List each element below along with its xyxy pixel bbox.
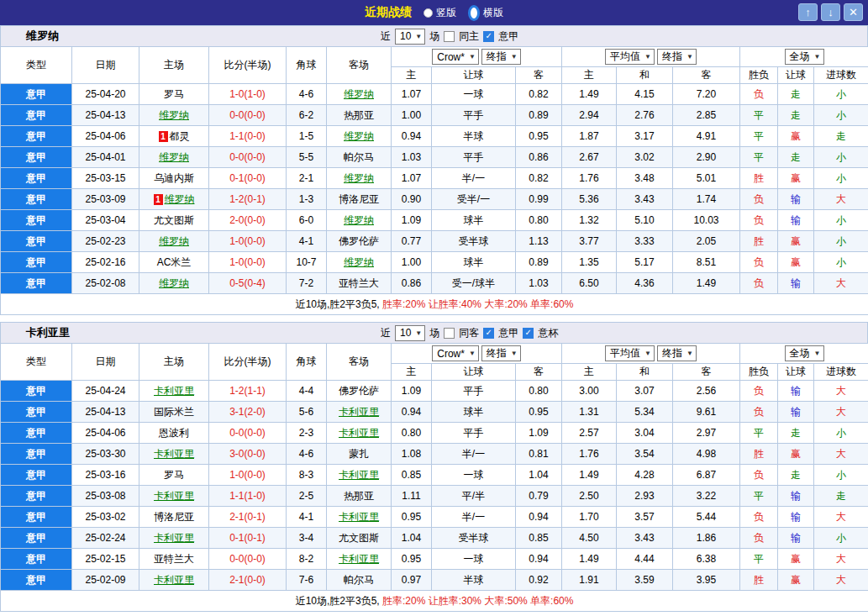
away-team-link[interactable]: 维罗纳 <box>344 256 374 268</box>
home-team-link[interactable]: 卡利亚里 <box>154 490 194 502</box>
home-team-link[interactable]: 乌迪内斯 <box>154 172 194 184</box>
away-team-link[interactable]: 卡利亚里 <box>339 469 379 481</box>
match-row: 意甲25-04-13国际米兰3-1(2-0)5-6卡利亚里0.94球半0.951… <box>1 402 868 423</box>
odds-cell: 9.61 <box>673 402 740 423</box>
away-cell: 卡利亚里 <box>327 465 392 486</box>
arrow-down-icon: ↓ <box>828 7 834 18</box>
red-card-icon: 1 <box>154 194 163 205</box>
final-odds-select-1[interactable]: 终指▼ <box>481 345 521 361</box>
vertical-layout-radio[interactable]: 竖版 <box>423 6 456 20</box>
same-away-label: 同客 <box>459 326 479 340</box>
col-corner: 角球 <box>287 344 327 381</box>
final-odds-select-2[interactable]: 终指▼ <box>657 345 697 361</box>
away-team-link[interactable]: 卡利亚里 <box>339 427 379 439</box>
horizontal-layout-radio[interactable]: 横版 <box>468 5 503 21</box>
scope-select[interactable]: 全场▼ <box>785 345 824 361</box>
home-team-link[interactable]: 恩波利 <box>159 427 189 439</box>
home-team-link[interactable]: 罗马 <box>164 469 184 481</box>
home-team-link[interactable]: 维罗纳 <box>165 193 195 205</box>
away-team-link[interactable]: 佛罗伦萨 <box>339 235 379 247</box>
corner-cell: 5-6 <box>287 402 327 423</box>
home-team-link[interactable]: 维罗纳 <box>159 277 189 289</box>
results-table: 类型 日期 主场 比分(半场) 角球 客场 Crow*▼ 终指▼ 平均值 <box>0 343 868 612</box>
serie-a-checkbox[interactable]: ✓ <box>483 328 494 339</box>
odds-cell: 3.95 <box>673 570 740 591</box>
home-team-link[interactable]: 维罗纳 <box>159 109 189 121</box>
away-team-link[interactable]: 卡利亚里 <box>339 406 379 418</box>
home-team-link[interactable]: 卡利亚里 <box>154 448 194 460</box>
scroll-down-button[interactable]: ↓ <box>821 3 840 21</box>
home-team-link[interactable]: 亚特兰大 <box>154 553 194 565</box>
home-team-link[interactable]: AC米兰 <box>157 256 192 268</box>
scope-select[interactable]: 全场▼ <box>785 49 824 65</box>
same-away-checkbox[interactable] <box>444 328 455 339</box>
away-team-link[interactable]: 蒙扎 <box>349 448 369 460</box>
away-team-link[interactable]: 维罗纳 <box>344 172 374 184</box>
away-team-link[interactable]: 帕尔马 <box>344 574 374 586</box>
league-cell: 意甲 <box>1 528 72 549</box>
away-team-link[interactable]: 维罗纳 <box>344 88 374 100</box>
away-team-link[interactable]: 热那亚 <box>344 490 374 502</box>
home-team-link[interactable]: 罗马 <box>164 88 184 100</box>
match-row: 意甲25-04-24卡利亚里1-2(1-1)4-4佛罗伦萨1.09平手0.803… <box>1 381 868 402</box>
average-select[interactable]: 平均值▼ <box>605 49 655 65</box>
home-team-link[interactable]: 国际米兰 <box>154 406 194 418</box>
away-team-link[interactable]: 博洛尼亚 <box>339 193 379 205</box>
home-cell: 维罗纳 <box>139 147 209 168</box>
bookmaker-select[interactable]: Crow*▼ <box>432 49 479 65</box>
away-team-link[interactable]: 维罗纳 <box>344 214 374 226</box>
final-odds-select-2[interactable]: 终指▼ <box>657 49 697 65</box>
odds-cell: 5.44 <box>673 507 740 528</box>
same-home-checkbox[interactable] <box>444 31 455 42</box>
away-team-link[interactable]: 卡利亚里 <box>339 511 379 523</box>
summary-prefix: 近10场,胜2平3负5, <box>296 298 380 310</box>
away-team-link[interactable]: 尤文图斯 <box>339 532 379 544</box>
final-odds-select-1[interactable]: 终指▼ <box>481 49 521 65</box>
close-button[interactable]: ✕ <box>844 3 863 21</box>
away-team-link[interactable]: 维罗纳 <box>344 130 374 142</box>
title-bar: 近期战绩 竖版 横版 ↑ ↓ ✕ <box>0 0 868 25</box>
serie-a-checkbox[interactable]: ✓ <box>483 31 494 42</box>
match-count-select[interactable]: 10 ▼ <box>395 29 425 45</box>
away-team-link[interactable]: 热那亚 <box>344 109 374 121</box>
result-cell: 小 <box>814 168 868 189</box>
away-team-link[interactable]: 卡利亚里 <box>339 553 379 565</box>
home-team-link[interactable]: 卡利亚里 <box>154 532 194 544</box>
home-team-link[interactable]: 博洛尼亚 <box>154 511 194 523</box>
odds-cell: 4.36 <box>617 273 673 294</box>
horizontal-layout-label: 横版 <box>483 6 503 20</box>
chevron-down-icon: ▼ <box>511 350 518 357</box>
vertical-layout-label: 竖版 <box>436 6 456 20</box>
odds-cell: 0.80 <box>392 423 432 444</box>
result-cell: 平 <box>740 105 778 126</box>
results-table: 类型 日期 主场 比分(半场) 角球 客场 Crow*▼ 终指▼ 平均值 <box>0 46 868 315</box>
result-cell: 负 <box>740 210 778 231</box>
average-select[interactable]: 平均值▼ <box>605 345 655 361</box>
league-cell: 意甲 <box>1 189 72 210</box>
result-cell: 赢 <box>778 231 814 252</box>
away-team-link[interactable]: 帕尔马 <box>344 151 374 163</box>
away-team-link[interactable]: 亚特兰大 <box>339 277 379 289</box>
home-team-link[interactable]: 维罗纳 <box>159 235 189 247</box>
date-cell: 25-02-16 <box>72 252 139 273</box>
home-team-link[interactable]: 都灵 <box>170 130 190 142</box>
result-cell: 胜 <box>740 444 778 465</box>
date-cell: 25-03-04 <box>72 210 139 231</box>
scroll-up-button[interactable]: ↑ <box>798 3 818 21</box>
bookmaker-select[interactable]: Crow*▼ <box>432 345 479 361</box>
odds-cell: 1.07 <box>392 84 432 105</box>
home-team-link[interactable]: 尤文图斯 <box>154 214 194 226</box>
title-center-group: 近期战绩 竖版 横版 <box>365 5 503 21</box>
coppa-italia-checkbox[interactable]: ✓ <box>523 328 534 339</box>
match-row: 意甲25-02-09卡利亚里2-1(0-0)7-6帕尔马0.97半球0.921.… <box>1 570 868 591</box>
odds-cell: 0.95 <box>516 126 562 147</box>
odds-cell: 2.56 <box>673 381 740 402</box>
home-team-link[interactable]: 卡利亚里 <box>154 385 194 397</box>
home-team-link[interactable]: 维罗纳 <box>159 151 189 163</box>
match-count-select[interactable]: 10 ▼ <box>395 325 425 341</box>
odds-cell: 4.44 <box>617 549 673 570</box>
away-team-link[interactable]: 佛罗伦萨 <box>339 385 379 397</box>
home-team-link[interactable]: 卡利亚里 <box>154 574 194 586</box>
match-row: 意甲25-02-24卡利亚里0-1(0-1)3-4尤文图斯1.04受半球0.85… <box>1 528 868 549</box>
odds-cell: 受半/一 <box>432 189 516 210</box>
